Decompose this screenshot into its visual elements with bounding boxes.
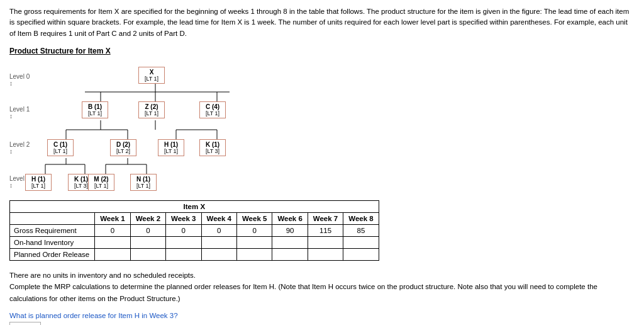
cell-r0-c5: 90 xyxy=(272,224,308,236)
node-C1: C (1) [LT 1] xyxy=(47,139,74,156)
col-header-w8: Week 8 xyxy=(343,212,379,224)
product-tree: Level 0↕ Level 1↕ Level 2↕ Level 3↕ X [L… xyxy=(9,60,362,193)
cell-r1-c4 xyxy=(236,236,272,248)
note-line1: There are no units in inventory and no s… xyxy=(9,270,635,281)
product-structure-title: Product Structure for Item X xyxy=(9,47,635,55)
node-X: X [LT 1] xyxy=(138,67,165,84)
question-text-0: What is planned order release for Item H… xyxy=(9,312,635,319)
cell-r0-c0: 0 xyxy=(95,224,130,236)
col-header-w6: Week 6 xyxy=(272,212,308,224)
cell-r0-c3: 0 xyxy=(201,224,236,236)
cell-r0-c7: 85 xyxy=(343,224,379,236)
col-header-w1: Week 1 xyxy=(95,212,130,224)
cell-r1-c3 xyxy=(201,236,236,248)
cell-r0-c4: 0 xyxy=(236,224,272,236)
cell-r2-c7 xyxy=(343,248,379,260)
cell-r1-c6 xyxy=(308,236,343,248)
cell-r2-c0 xyxy=(95,248,130,260)
node-K1: K (1) [LT 3] xyxy=(199,139,226,156)
intro-paragraph: The gross requirements for Item X are sp… xyxy=(9,6,635,39)
node-Z: Z (2) [LT 1] xyxy=(138,101,165,118)
cell-r1-c5 xyxy=(272,236,308,248)
col-header-w4: Week 4 xyxy=(201,212,236,224)
cell-r2-c5 xyxy=(272,248,308,260)
cell-r0-c1: 0 xyxy=(130,224,165,236)
col-header-w3: Week 3 xyxy=(166,212,201,224)
level2-label: Level 2↕ xyxy=(9,141,30,155)
node-H2: H (1) [LT 1] xyxy=(25,174,52,191)
cell-r1-c2 xyxy=(166,236,201,248)
node-C4: C (4) [LT 1] xyxy=(199,101,226,118)
cell-r0-c2: 0 xyxy=(166,224,201,236)
cell-r1-c1 xyxy=(130,236,165,248)
cell-r2-c3 xyxy=(201,248,236,260)
table-title: Item X xyxy=(10,200,379,212)
row-label-2: Planned Order Release xyxy=(10,248,95,260)
node-H1: H (1) [LT 1] xyxy=(158,139,184,156)
node-D: D (2) [LT 2] xyxy=(110,139,136,156)
cell-r2-c1 xyxy=(130,248,165,260)
questions-container: What is planned order release for Item H… xyxy=(9,312,635,325)
cell-r1-c0 xyxy=(95,236,130,248)
col-header-empty xyxy=(10,212,95,224)
answer-input-0[interactable] xyxy=(9,322,41,325)
col-header-w2: Week 2 xyxy=(130,212,165,224)
level1-label: Level 1↕ xyxy=(9,106,30,120)
level0-label: Level 0↕ xyxy=(9,73,30,87)
cell-r1-c7 xyxy=(343,236,379,248)
row-label-0: Gross Requirement xyxy=(10,224,95,236)
tree-connectors xyxy=(9,60,362,193)
cell-r0-c6: 115 xyxy=(308,224,343,236)
node-M: M (2) [LT 1] xyxy=(88,174,114,191)
mrp-table: Item X Week 1 Week 2 Week 3 Week 4 Week … xyxy=(9,200,379,261)
notes-block: There are no units in inventory and no s… xyxy=(9,270,635,304)
col-header-w5: Week 5 xyxy=(236,212,272,224)
node-N: N (1) [LT 1] xyxy=(130,174,157,191)
cell-r2-c2 xyxy=(166,248,201,260)
cell-r2-c6 xyxy=(308,248,343,260)
question-block-0: What is planned order release for Item H… xyxy=(9,312,635,325)
col-header-w7: Week 7 xyxy=(308,212,343,224)
note-line2: Complete the MRP calculations to determi… xyxy=(9,281,635,304)
cell-r2-c4 xyxy=(236,248,272,260)
row-label-1: On-hand Inventory xyxy=(10,236,95,248)
node-B: B (1) [LT 1] xyxy=(82,101,108,118)
